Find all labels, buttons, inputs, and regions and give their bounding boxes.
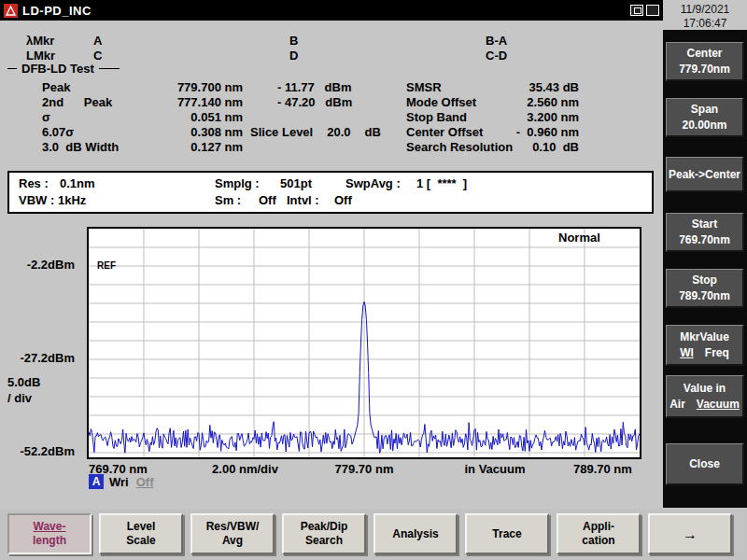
sm-value: Off [259, 193, 276, 207]
fkey-label: Analysis [392, 527, 438, 541]
softkey-start[interactable]: Start 769.70nm [666, 213, 744, 252]
softkey-label: Span [691, 103, 718, 116]
result-value: - 0.960 nm [495, 125, 579, 140]
spectrum-trace-canvas [89, 229, 640, 457]
vbw-value: 1kHz [58, 193, 86, 207]
analysis-group-title: DFB-LD Test [21, 62, 94, 76]
softkey-close[interactable]: Close [666, 443, 744, 485]
softkey-label: Peak->Center [669, 168, 740, 181]
dfb-results-right: SMSR 35.43 dB Mode Offset 2.560 nm Stop … [406, 80, 579, 155]
result-level [243, 140, 352, 155]
fkey-res-vbw-avg[interactable]: Res/VBW/ Avg [190, 513, 275, 554]
result-label: Search Resolution [406, 140, 495, 155]
result-level: - 11.77 dBm [243, 80, 352, 95]
legend-rule-right [99, 68, 120, 69]
softkey-value: 789.70nm [679, 289, 730, 302]
result-label: Center Offset [406, 125, 495, 140]
y-axis-top-label: -2.2dBm [0, 258, 75, 272]
sweep-mode-label: Normal [558, 231, 600, 245]
marker-a-label: A [93, 34, 102, 48]
datetime-display: 11/9/2021 17:06:47 [663, 3, 747, 31]
softkey-label: Start [692, 217, 717, 231]
spectrum-graph [87, 227, 641, 459]
fkey-trace[interactable]: Trace [465, 513, 549, 554]
res-label: Res : [19, 176, 49, 190]
analysis-group-legend: DFB-LD Test [7, 62, 120, 76]
x-axis-medium-label: in Vacuum [439, 462, 551, 476]
option-frequency: Freq [705, 346, 729, 359]
marker-cd-label: C-D [486, 49, 507, 63]
softkey-peak-to-center[interactable]: Peak->Center [666, 157, 744, 192]
softkey-label: Value in [684, 382, 726, 395]
fkey-application[interactable]: Appli- cation [557, 513, 641, 554]
fkey-peak-dip-search[interactable]: Peak/Dip Search [282, 513, 366, 554]
fkey-label: Trace [492, 527, 521, 541]
y-axis-scale-label: 5.0dB [7, 375, 40, 389]
result-label: 6.07σ [42, 125, 142, 140]
softkey-value-in[interactable]: Value in Air Vacuum [666, 375, 744, 418]
option-wavelength: Wl [680, 346, 694, 359]
result-value: 3.200 nm [495, 110, 579, 125]
result-label: Mode Offset [406, 95, 495, 110]
marker-c-label: C [93, 49, 102, 63]
result-value: 2.560 nm [495, 95, 579, 110]
ref-level-marker: REF [97, 260, 116, 271]
fkey-label: Wave- [34, 520, 66, 534]
softkey-value: 779.70nm [679, 63, 730, 76]
window-title: LD-PD_INC [22, 4, 92, 18]
level-marker-label: LMkr [26, 49, 55, 63]
slice-level-label: Slice Level [250, 125, 313, 139]
osa-screen: LD-PD_INC 11/9/2021 17:06:47 λMkr A B B-… [0, 0, 747, 560]
sm-label: Sm : [215, 193, 241, 207]
marker-ba-label: B-A [486, 34, 507, 48]
x-axis-center-label: 779.70 nm [308, 462, 420, 476]
softkey-value: 20.00nm [682, 119, 726, 132]
right-arrow-icon: → [683, 527, 698, 541]
fkey-analysis[interactable]: Analysis [374, 513, 458, 554]
smplg-value: 501pt [280, 176, 312, 190]
vbw-label: VBW : [19, 193, 54, 207]
fkey-label: Scale [126, 534, 155, 548]
app-logo-icon [4, 4, 18, 18]
softkey-span[interactable]: Span 20.00nm [666, 98, 744, 137]
fkey-wavelength[interactable]: Wave- length [7, 513, 92, 554]
option-air: Air [669, 398, 685, 411]
slice-level-unit: dB [365, 125, 381, 139]
softkey-center[interactable]: Center 779.70nm [666, 42, 744, 81]
slice-level-value: 20.0 [327, 125, 350, 139]
result-wavelength: 0.308 nm [142, 125, 243, 140]
fkey-label: cation [582, 534, 614, 548]
y-axis-scale-unit: / div [7, 391, 32, 405]
softkey-panel: Center 779.70nm Span 20.00nm Peak->Cente… [663, 30, 747, 508]
res-value: 0.1nm [60, 176, 95, 190]
trace-a-badge: A [89, 474, 104, 489]
fkey-next-menu[interactable]: → [648, 513, 732, 554]
titlebar: LD-PD_INC [0, 0, 663, 21]
softkey-label: Close [689, 457, 720, 470]
softkey-mkr-value[interactable]: MkrValue Wl Freq [666, 325, 744, 366]
result-wavelength: 0.051 nm [142, 110, 243, 125]
date-text: 11/9/2021 [663, 3, 747, 17]
softkey-value: 769.70nm [679, 233, 730, 246]
acquisition-settings-box: Res : 0.1nm Smplg : 501pt SwpAvg : 1 [ *… [7, 171, 654, 214]
restore-window-icon[interactable] [630, 5, 643, 16]
result-label: Stop Band [406, 110, 495, 125]
x-axis-scale-label: 2.00 nm/div [187, 462, 303, 476]
fkey-level-scale[interactable]: Level Scale [99, 513, 183, 554]
result-label: Peak [42, 80, 142, 95]
fkey-label: Avg [222, 534, 243, 548]
result-label: σ [42, 110, 142, 125]
softkey-label: Stop [692, 273, 717, 287]
fkey-label: Peak/Dip [301, 520, 348, 534]
x-axis-stop-label: 789.70 nm [573, 462, 632, 476]
result-label: 2nd Peak [42, 95, 142, 110]
result-wavelength: 779.700 nm [142, 80, 243, 95]
swpavg-label: SwpAvg : [345, 176, 401, 190]
intvl-value: Off [334, 193, 352, 207]
result-label: 3.0 dB Width [42, 140, 142, 155]
result-wavelength: 777.140 nm [142, 95, 243, 110]
softkey-stop[interactable]: Stop 789.70nm [666, 269, 744, 308]
y-axis-bottom-label: -52.2dBm [0, 444, 75, 458]
maximize-window-icon[interactable] [646, 5, 659, 16]
swpavg-value: 1 [ **** ] [416, 176, 467, 190]
